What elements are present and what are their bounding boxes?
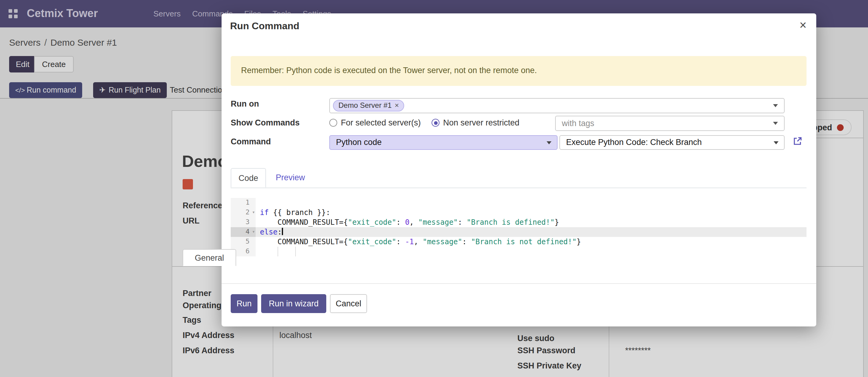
code-token: if (260, 208, 269, 217)
dropdown-caret-icon (773, 122, 778, 125)
with-tags-placeholder: with tags (562, 116, 594, 130)
code-text: COMMAND_RESULT={"exit_code": 0, "message… (256, 218, 807, 227)
external-link-icon[interactable] (793, 137, 802, 146)
show-commands-label: Show Commands (231, 118, 300, 127)
dropdown-caret-icon (774, 141, 778, 144)
fold-caret-icon[interactable]: ▾ (252, 208, 255, 217)
run-command-modal: Run Command × Remember: Python code is e… (222, 13, 816, 326)
indent-guide (278, 246, 278, 256)
cancel-button[interactable]: Cancel (330, 294, 367, 313)
code-token: {{ branch }}: (269, 208, 330, 217)
code-text (256, 198, 807, 208)
line-number: 3 (231, 218, 256, 227)
code-token: : (396, 218, 405, 227)
code-token: "exit_code" (348, 218, 396, 227)
code-token: else (260, 228, 278, 236)
warning-alert-text: Remember: Python code is executed on the… (241, 66, 537, 75)
code-line[interactable]: 6 (231, 246, 807, 256)
dropdown-caret-icon (547, 141, 552, 144)
tab-general[interactable]: General (183, 249, 236, 266)
fold-caret-icon[interactable]: ▾ (252, 228, 255, 236)
code-token: "Branch is defined!" (467, 218, 555, 227)
dropdown-caret-icon (773, 104, 778, 107)
code-text: else: (256, 227, 807, 237)
modal-footer-divider (222, 283, 816, 284)
code-token: : (462, 237, 471, 246)
code-text: if {{ branch }}: (256, 208, 807, 218)
code-text: COMMAND_RESULT={"exit_code": -1, "messag… (256, 237, 807, 246)
server-tag-label: Demo Server #1 (338, 101, 392, 110)
run-in-wizard-button[interactable]: Run in wizard (261, 294, 326, 313)
text-cursor (282, 228, 283, 235)
run-on-field[interactable]: Demo Server #1× (329, 98, 785, 113)
code-line[interactable]: 3 COMMAND_RESULT={"exit_code": 0, "messa… (231, 218, 807, 227)
line-number: 5 (231, 237, 256, 246)
remove-tag-icon[interactable]: × (395, 101, 399, 110)
code-token: } (555, 218, 559, 227)
line-number: 1 (231, 198, 256, 208)
run-on-label: Run on (231, 99, 259, 108)
code-token: "message" (418, 218, 458, 227)
code-token: COMMAND_RESULT={ (260, 237, 348, 246)
code-editor[interactable]: 12▾if {{ branch }}:3 COMMAND_RESULT={"ex… (231, 198, 807, 256)
line-number: 2▾ (231, 208, 256, 218)
code-line[interactable]: 4▾else: (231, 227, 807, 237)
code-token: -1 (405, 237, 414, 246)
code-token: : (458, 218, 467, 227)
command-name-select[interactable]: Execute Python Code: Check Branch (559, 135, 785, 150)
warning-alert: Remember: Python code is executed on the… (231, 56, 807, 86)
tab-preview[interactable]: Preview (269, 168, 312, 187)
radio-non-server-restricted[interactable] (432, 119, 439, 127)
code-token: , (409, 218, 418, 227)
radio-non-server-restricted-label[interactable]: Non server restricted (443, 118, 520, 127)
run-button[interactable]: Run (231, 294, 257, 313)
code-token: "Branch is not defined!" (471, 237, 577, 246)
radio-for-selected-servers-label[interactable]: For selected server(s) (341, 118, 421, 127)
command-name-value: Execute Python Code: Check Branch (566, 136, 702, 149)
tabs-underline (231, 187, 807, 188)
with-tags-select[interactable]: with tags (555, 116, 785, 131)
code-token: COMMAND_RESULT={ (260, 218, 348, 227)
code-token: 0 (405, 218, 409, 227)
command-type-select[interactable]: Python code (329, 135, 558, 150)
tab-code[interactable]: Code (231, 168, 266, 187)
code-token: "message" (423, 237, 462, 246)
screen: Cetmix Tower Servers Commands Files Tool… (0, 0, 868, 377)
code-text (256, 246, 807, 256)
close-icon[interactable]: × (800, 18, 807, 32)
code-token: , (414, 237, 423, 246)
code-token: : (396, 237, 405, 246)
command-type-value: Python code (336, 136, 382, 149)
code-line[interactable]: 2▾if {{ branch }}: (231, 208, 807, 218)
code-line[interactable]: 1 (231, 198, 807, 208)
indent-guide (295, 246, 296, 256)
command-label: Command (231, 137, 271, 146)
radio-for-selected-servers[interactable] (329, 119, 337, 127)
code-editor-lines: 12▾if {{ branch }}:3 COMMAND_RESULT={"ex… (231, 198, 807, 256)
code-line[interactable]: 5 COMMAND_RESULT={"exit_code": -1, "mess… (231, 237, 807, 246)
code-token: : (278, 228, 282, 236)
modal-title: Run Command (230, 21, 300, 32)
code-token: "exit_code" (348, 237, 396, 246)
server-tag-pill: Demo Server #1× (333, 100, 404, 112)
code-token: } (577, 237, 581, 246)
line-number: 4▾ (231, 227, 256, 237)
